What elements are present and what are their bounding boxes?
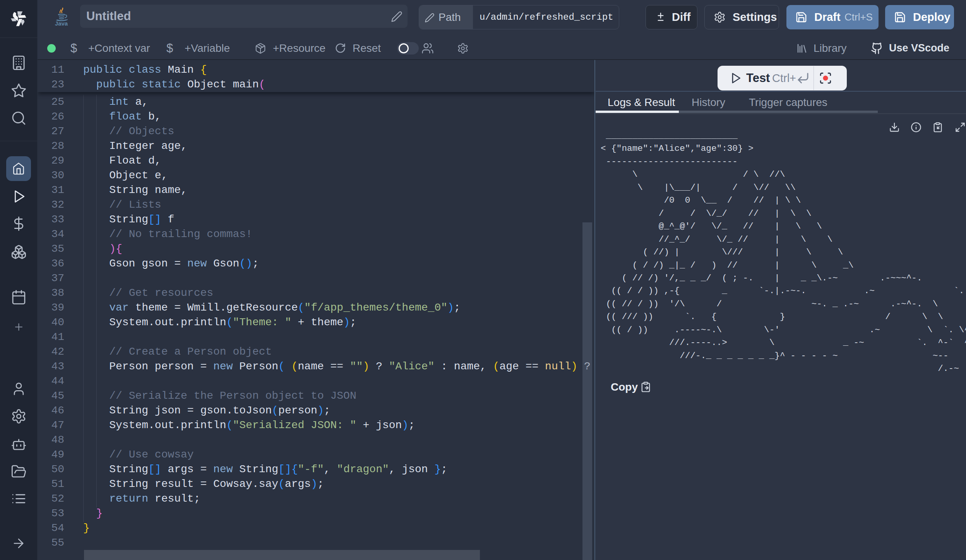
svg-text:Java: Java xyxy=(55,20,68,26)
